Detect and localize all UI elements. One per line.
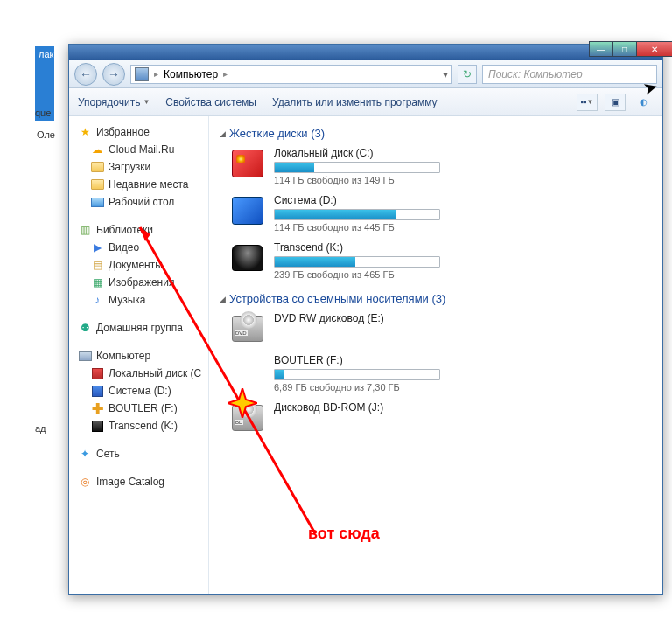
capacity-bar: [274, 256, 440, 268]
toolbar: Упорядочить▼ Свойства системы Удалить ил…: [69, 88, 662, 116]
drive-item-k[interactable]: Transcend (K:) 239 ГБ свободно из 465 ГБ: [230, 241, 652, 280]
organize-menu[interactable]: Упорядочить▼: [78, 96, 150, 108]
hdd-group-header[interactable]: ◢Жесткие диски (3): [220, 123, 652, 147]
drive-item-dvd[interactable]: DVD DVD RW дисковод (E:): [230, 312, 652, 345]
video-icon: ▶: [90, 240, 104, 254]
hdd-icon: [230, 194, 265, 227]
star-icon: ★: [78, 125, 92, 139]
sidebar-item-cloud[interactable]: ☁Cloud Mail.Ru: [78, 141, 208, 158]
search-input[interactable]: Поиск: Компьютер: [482, 65, 657, 84]
explorer-window: — □ ✕ ← → ▸ Компьютер ▸ ▾ ↻ Поиск: Компь…: [68, 44, 663, 595]
drive-item-d[interactable]: Система (D:) 114 ГБ свободно из 445 ГБ: [230, 194, 652, 233]
removable-drive-icon: [230, 354, 265, 387]
capacity-bar: [274, 209, 440, 220]
sidebar-item-drive-c[interactable]: Локальный диск (C: [78, 365, 208, 382]
chevron-right-icon: ▸: [154, 69, 158, 79]
sidebar-item-downloads[interactable]: Загрузки: [78, 158, 208, 176]
sidebar-item-drive-f[interactable]: ✚BOUTLER (F:): [78, 400, 208, 417]
drive-icon: ✚: [90, 401, 104, 415]
network-icon: ✦: [78, 447, 92, 461]
cloud-icon: ☁: [90, 143, 104, 157]
titlebar[interactable]: — □ ✕: [69, 45, 662, 60]
folder-icon: [90, 160, 104, 174]
document-icon: ▤: [90, 258, 104, 272]
annotation-text: вот сюда: [308, 525, 380, 543]
bg-text: que: [35, 108, 51, 118]
sidebar-item-music[interactable]: ♪Музыка: [78, 291, 208, 309]
computer-icon: [135, 67, 149, 81]
computer-icon: [78, 349, 92, 363]
system-properties-button[interactable]: Свойства системы: [165, 96, 256, 108]
dvd-drive-icon: DVD: [230, 312, 265, 345]
capacity-bar: [274, 369, 440, 380]
folder-icon: [90, 177, 104, 191]
capacity-bar: [274, 162, 440, 173]
nav-row: ← → ▸ Компьютер ▸ ▾ ↻ Поиск: Компьютер: [69, 60, 662, 88]
music-icon: ♪: [90, 293, 104, 307]
sidebar-item-videos[interactable]: ▶Видео: [78, 239, 208, 256]
catalog-icon: ◎: [78, 475, 92, 489]
breadcrumb-root[interactable]: Компьютер: [164, 68, 218, 80]
sidebar-favorites-header[interactable]: ★ Избранное: [78, 123, 208, 141]
back-button[interactable]: ←: [74, 63, 97, 86]
sidebar-image-catalog[interactable]: ◎Image Catalog: [78, 473, 208, 490]
bg-text: ад: [35, 423, 46, 434]
sidebar-item-pictures[interactable]: ▦Изображения: [78, 274, 208, 291]
annotation-star-marker: [228, 388, 257, 418]
sidebar-libraries-header[interactable]: ▥ Библиотеки: [78, 221, 208, 239]
drive-icon: [90, 384, 104, 398]
dropdown-icon[interactable]: ▾: [443, 68, 448, 80]
sidebar-item-drive-d[interactable]: Система (D:): [78, 382, 208, 400]
maximize-button[interactable]: □: [612, 41, 637, 57]
address-bar[interactable]: ▸ Компьютер ▸ ▾: [130, 65, 452, 84]
monitor-icon: [90, 195, 104, 209]
sidebar-homegroup[interactable]: ⚉Домашняя группа: [78, 319, 208, 337]
removable-group-header[interactable]: ◢Устройства со съемными носителями (3): [220, 289, 652, 312]
main-pane: ◢Жесткие диски (3) Локальный диск (C:) 1…: [209, 116, 662, 594]
background-window: лако que Оле ад: [0, 42, 70, 610]
view-options-button[interactable]: ▪▪▼: [577, 94, 598, 111]
uninstall-program-button[interactable]: Удалить или изменить программу: [272, 96, 438, 108]
sidebar-item-documents[interactable]: ▤Документы: [78, 256, 208, 274]
sidebar-computer-header[interactable]: Компьютер: [78, 347, 208, 365]
preview-pane-button[interactable]: ▣: [605, 94, 626, 111]
drive-item-bdrom[interactable]: BD Дисковод BD-ROM (J:): [230, 401, 652, 435]
sidebar-item-recent[interactable]: Недавние места: [78, 176, 208, 193]
svg-marker-2: [228, 388, 257, 418]
forward-button[interactable]: →: [102, 63, 125, 86]
drive-icon: [90, 366, 104, 380]
chevron-right-icon: ▸: [223, 69, 228, 79]
homegroup-icon: ⚉: [78, 321, 92, 335]
sidebar-item-desktop[interactable]: Рабочий стол: [78, 193, 208, 211]
minimize-button[interactable]: —: [589, 41, 613, 57]
refresh-button[interactable]: ↻: [458, 65, 477, 84]
close-button[interactable]: ✕: [636, 41, 672, 57]
drive-item-c[interactable]: Локальный диск (C:) 114 ГБ свободно из 1…: [230, 147, 652, 185]
sidebar-item-drive-k[interactable]: Transcend (K:): [78, 417, 208, 435]
sidebar-network[interactable]: ✦Сеть: [78, 445, 208, 463]
hdd-icon: [230, 147, 265, 180]
libraries-icon: ▥: [78, 223, 92, 237]
sidebar: ★ Избранное ☁Cloud Mail.Ru Загрузки Неда…: [69, 116, 209, 594]
hdd-icon: [230, 241, 265, 275]
picture-icon: ▦: [90, 275, 104, 289]
bg-text: Оле: [37, 129, 55, 140]
drive-item-boutler[interactable]: BOUTLER (F:) 6,89 ГБ свободно из 7,30 ГБ: [230, 354, 652, 393]
drive-icon: [90, 419, 104, 433]
bg-text: лако: [38, 49, 60, 59]
